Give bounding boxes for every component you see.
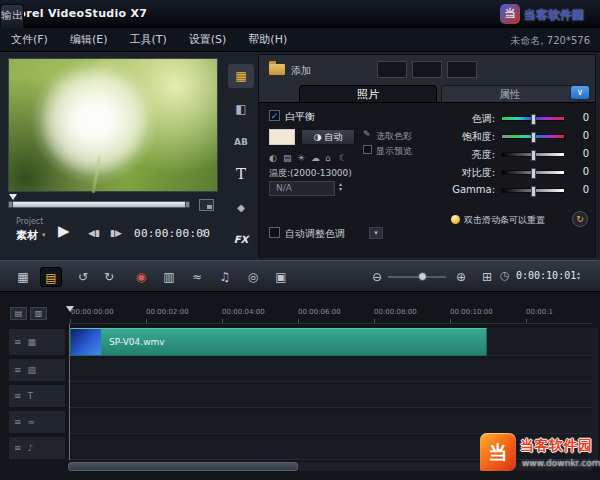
options-collapse-button[interactable]: ∨ bbox=[570, 85, 590, 100]
tab-attribute[interactable]: 属性 bbox=[441, 85, 579, 103]
sound-mixer-button[interactable]: ▥ bbox=[158, 267, 180, 287]
hue-slider-thumb[interactable] bbox=[531, 114, 536, 125]
menu-help[interactable]: 帮助(H) bbox=[237, 32, 298, 47]
ruler-tick-label: 00:00:1 bbox=[526, 308, 553, 316]
hue-label: 色调: bbox=[437, 112, 495, 126]
gamma-slider-thumb[interactable] bbox=[531, 186, 536, 197]
undo-button[interactable]: ↺ bbox=[72, 267, 94, 287]
reset-button[interactable]: ↻ bbox=[572, 211, 588, 227]
timecode-spinner[interactable]: ▴ ▾ bbox=[202, 227, 205, 237]
brightness-slider-thumb[interactable] bbox=[531, 150, 536, 161]
watermark-site-name: 当客软件园 bbox=[524, 7, 584, 24]
mode-project-label[interactable]: Project bbox=[16, 217, 43, 226]
wave-editor-button[interactable]: ≈ bbox=[186, 267, 208, 287]
nav-instant-project-icon[interactable]: ◧ bbox=[228, 97, 254, 121]
library-thumbnail[interactable] bbox=[447, 61, 477, 78]
menu-settings[interactable]: 设置(S) bbox=[178, 32, 238, 47]
trim-handle-left[interactable] bbox=[8, 201, 13, 208]
contrast-slider[interactable] bbox=[501, 170, 565, 175]
saturation-slider[interactable] bbox=[501, 134, 565, 139]
redo-button[interactable]: ↻ bbox=[98, 267, 120, 287]
auto-white-balance-button[interactable]: ◑ 自动 bbox=[301, 129, 355, 145]
spin-down-icon[interactable]: ▾ bbox=[577, 275, 580, 280]
overlay-track-row[interactable] bbox=[68, 358, 592, 382]
auto-tone-dropdown-icon[interactable]: ▾ bbox=[369, 227, 383, 239]
white-balance-checkbox[interactable]: ✓ bbox=[269, 110, 280, 121]
temperature-dropdown[interactable]: N/A bbox=[269, 181, 335, 196]
preview-playhead-marker[interactable] bbox=[9, 194, 17, 200]
wb-daylight-icon[interactable]: ☀ bbox=[297, 153, 305, 163]
auto-music-button[interactable]: ♫ bbox=[214, 267, 236, 287]
brightness-slider[interactable] bbox=[501, 152, 565, 157]
add-folder-icon[interactable] bbox=[269, 64, 285, 75]
wb-overcast-icon[interactable]: ☾ bbox=[339, 153, 347, 163]
motion-tracking-button[interactable]: ◎ bbox=[242, 267, 264, 287]
white-balance-swatch[interactable] bbox=[269, 129, 295, 145]
timeline-ruler[interactable]: 00:00:00:00 00:00:02:00 00:00:04:00 00:0… bbox=[68, 305, 592, 324]
subtitle-editor-button[interactable]: ▣ bbox=[270, 267, 292, 287]
nav-filter-icon[interactable]: FX bbox=[228, 228, 254, 252]
wb-fluorescent-icon[interactable]: ▤ bbox=[283, 153, 292, 163]
zoom-out-button[interactable]: ⊖ bbox=[366, 267, 388, 287]
timeline-playhead[interactable] bbox=[66, 306, 74, 312]
wb-tungsten-icon[interactable]: ◐ bbox=[269, 153, 277, 163]
duration-spinner[interactable]: ▴ ▾ bbox=[577, 270, 580, 280]
library-thumbnail[interactable] bbox=[377, 61, 407, 78]
nav-transition-icon[interactable]: AB bbox=[228, 130, 254, 154]
contrast-slider-thumb[interactable] bbox=[531, 168, 536, 179]
dandelion-stem bbox=[92, 155, 102, 193]
tab-output[interactable]: 输出 bbox=[0, 4, 24, 28]
temperature-spinner[interactable]: ▴ ▾ bbox=[339, 181, 342, 191]
ruler-tick-label: 00:00:06:00 bbox=[298, 308, 341, 316]
hue-slider[interactable] bbox=[501, 116, 565, 121]
fit-project-button[interactable]: ⊞ bbox=[476, 267, 498, 287]
voice-track-header[interactable]: ≡ ≈ bbox=[8, 410, 66, 434]
music-track-header[interactable]: ≡ ♪ bbox=[8, 436, 66, 460]
track-list-a-button[interactable]: ▤ bbox=[10, 307, 27, 320]
nav-graphic-icon[interactable]: ◆ bbox=[228, 196, 254, 220]
show-preview-label[interactable]: 显示预览 bbox=[376, 145, 412, 158]
timeline-view-button[interactable]: ▤ bbox=[40, 267, 62, 287]
trim-handle-right[interactable] bbox=[185, 201, 190, 208]
nav-title-icon[interactable]: T bbox=[228, 162, 254, 186]
menu-tools[interactable]: 工具(T) bbox=[118, 32, 177, 47]
previous-frame-button[interactable]: ◀▮ bbox=[88, 228, 100, 238]
play-button[interactable]: ▶ bbox=[58, 222, 70, 240]
add-label[interactable]: 添加 bbox=[291, 64, 311, 78]
overlay-track-header[interactable]: ≡ ▧ bbox=[8, 358, 66, 382]
menu-edit[interactable]: 编辑(E) bbox=[59, 32, 119, 47]
saturation-slider-thumb[interactable] bbox=[531, 132, 536, 143]
zoom-in-button[interactable]: ⊕ bbox=[450, 267, 472, 287]
video-clip[interactable]: SP-V04.wmv bbox=[70, 328, 487, 356]
pick-color-label[interactable]: 选取色彩 bbox=[376, 130, 412, 143]
tab-photo[interactable]: 照片 bbox=[299, 85, 437, 103]
brightness-label: 亮度: bbox=[437, 148, 495, 162]
timeline-playhead-line bbox=[69, 324, 70, 460]
zoom-slider-thumb[interactable] bbox=[418, 272, 427, 281]
track-list-b-button[interactable]: ▥ bbox=[30, 307, 47, 320]
mode-clip-button[interactable]: 素材 bbox=[16, 228, 38, 243]
auto-wb-icon: ◑ bbox=[314, 132, 322, 142]
show-preview-checkbox[interactable] bbox=[363, 145, 372, 154]
enlarge-preview-button[interactable] bbox=[199, 199, 214, 211]
title-track-row[interactable] bbox=[68, 384, 592, 408]
trim-bar[interactable] bbox=[8, 201, 190, 208]
wb-cloudy-icon[interactable]: ☁ bbox=[311, 153, 320, 163]
mode-dropdown-icon[interactable]: ▾ bbox=[42, 231, 46, 239]
auto-tone-checkbox[interactable] bbox=[269, 227, 280, 238]
spin-down-icon[interactable]: ▾ bbox=[202, 232, 205, 237]
spin-down-icon[interactable]: ▾ bbox=[339, 186, 342, 191]
gamma-slider[interactable] bbox=[501, 188, 565, 193]
eyedropper-icon[interactable]: ✎ bbox=[363, 129, 371, 139]
storyboard-view-button[interactable]: ▦ bbox=[12, 267, 34, 287]
next-frame-button[interactable]: ▮▶ bbox=[110, 228, 122, 238]
menu-file[interactable]: 文件(F) bbox=[0, 32, 59, 47]
video-track-header[interactable]: ≡ ▦ bbox=[8, 328, 66, 356]
horizontal-scrollbar-thumb[interactable] bbox=[68, 462, 298, 471]
title-track-header[interactable]: ≡ T bbox=[8, 384, 66, 408]
zoom-slider[interactable] bbox=[388, 276, 446, 278]
library-thumbnail[interactable] bbox=[412, 61, 442, 78]
nav-media-icon[interactable]: ▦ bbox=[228, 64, 254, 88]
record-capture-button[interactable]: ◉ bbox=[130, 267, 152, 287]
wb-shade-icon[interactable]: ⌂ bbox=[325, 153, 331, 163]
